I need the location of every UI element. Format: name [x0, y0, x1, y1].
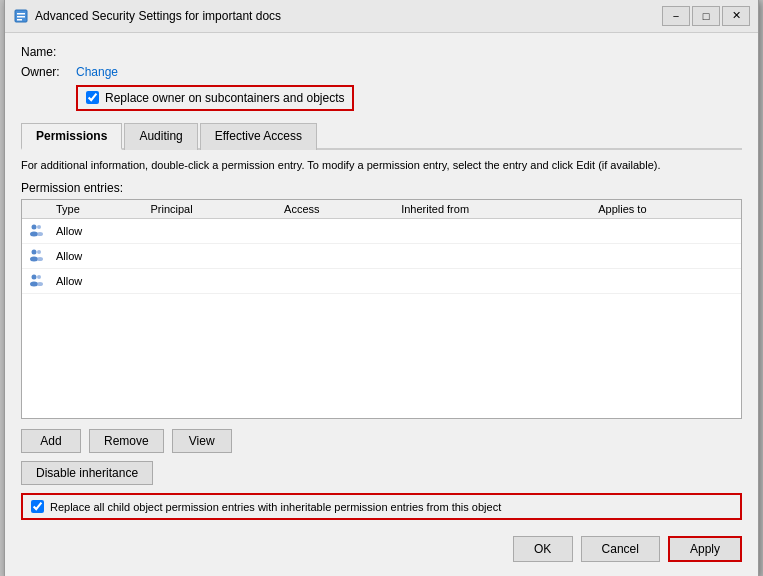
row-access: [278, 244, 395, 269]
row-applies: [592, 244, 741, 269]
svg-point-7: [37, 232, 43, 236]
svg-point-11: [37, 257, 43, 261]
row-applies: [592, 269, 741, 294]
row-principal: [144, 244, 278, 269]
table-row[interactable]: Allow: [22, 269, 741, 294]
replace-child-label: Replace all child object permission entr…: [50, 501, 501, 513]
row-principal: [144, 269, 278, 294]
disable-inheritance-wrapper: Disable inheritance: [21, 461, 742, 485]
apply-button[interactable]: Apply: [668, 536, 742, 562]
row-access: [278, 269, 395, 294]
tab-effective-access[interactable]: Effective Access: [200, 123, 317, 150]
ok-button[interactable]: OK: [513, 536, 573, 562]
col-applies: Applies to: [592, 200, 741, 219]
add-button[interactable]: Add: [21, 429, 81, 453]
change-link[interactable]: Change: [76, 65, 118, 79]
action-buttons-row: Add Remove View: [21, 429, 742, 453]
svg-point-10: [37, 250, 41, 254]
svg-rect-2: [17, 16, 25, 18]
table-header-row: Type Principal Access Inherited from App…: [22, 200, 741, 219]
replace-owner-checkbox[interactable]: [86, 91, 99, 104]
row-icon-cell: [22, 244, 50, 269]
col-access: Access: [278, 200, 395, 219]
col-icon: [22, 200, 50, 219]
row-inherited: [395, 269, 592, 294]
tab-bar: Permissions Auditing Effective Access: [21, 121, 742, 150]
cancel-button[interactable]: Cancel: [581, 536, 660, 562]
replace-owner-label: Replace owner on subcontainers and objec…: [105, 91, 344, 105]
main-window: Advanced Security Settings for important…: [4, 0, 759, 576]
row-type: Allow: [50, 244, 144, 269]
permission-table-container: Type Principal Access Inherited from App…: [21, 199, 742, 419]
svg-rect-3: [17, 19, 22, 21]
replace-child-checkbox[interactable]: [31, 500, 44, 513]
tab-auditing[interactable]: Auditing: [124, 123, 197, 150]
row-icon-cell: [22, 219, 50, 244]
permission-table: Type Principal Access Inherited from App…: [22, 200, 741, 294]
row-type: Allow: [50, 219, 144, 244]
col-inherited: Inherited from: [395, 200, 592, 219]
permission-entries-label: Permission entries:: [21, 181, 742, 195]
disable-inheritance-button[interactable]: Disable inheritance: [21, 461, 153, 485]
restore-button[interactable]: □: [692, 6, 720, 26]
svg-rect-1: [17, 13, 25, 15]
col-type: Type: [50, 200, 144, 219]
row-applies: [592, 219, 741, 244]
name-row: Name:: [21, 45, 742, 59]
minimize-button[interactable]: −: [662, 6, 690, 26]
svg-point-5: [30, 232, 38, 237]
remove-button[interactable]: Remove: [89, 429, 164, 453]
window-icon: [13, 8, 29, 24]
svg-point-9: [30, 257, 38, 262]
info-text: For additional information, double-click…: [21, 158, 742, 173]
title-bar: Advanced Security Settings for important…: [5, 0, 758, 33]
svg-point-12: [32, 275, 37, 280]
replace-child-row: Replace all child object permission entr…: [21, 493, 742, 520]
row-inherited: [395, 219, 592, 244]
table-row[interactable]: Allow: [22, 244, 741, 269]
row-icon-cell: [22, 269, 50, 294]
svg-point-13: [30, 282, 38, 287]
bottom-buttons-row: OK Cancel Apply: [21, 530, 742, 564]
svg-point-14: [37, 275, 41, 279]
name-label: Name:: [21, 45, 76, 59]
replace-owner-row: Replace owner on subcontainers and objec…: [76, 85, 354, 111]
owner-label: Owner:: [21, 65, 76, 79]
svg-point-6: [37, 225, 41, 229]
col-principal: Principal: [144, 200, 278, 219]
row-type: Allow: [50, 269, 144, 294]
table-row[interactable]: Allow: [22, 219, 741, 244]
owner-row: Owner: Change: [21, 65, 742, 79]
view-button[interactable]: View: [172, 429, 232, 453]
row-inherited: [395, 244, 592, 269]
window-title: Advanced Security Settings for important…: [35, 9, 662, 23]
row-principal: [144, 219, 278, 244]
tab-permissions[interactable]: Permissions: [21, 123, 122, 150]
window-controls: − □ ✕: [662, 6, 750, 26]
close-button[interactable]: ✕: [722, 6, 750, 26]
svg-point-8: [32, 250, 37, 255]
svg-point-15: [37, 282, 43, 286]
dialog-content: Name: Owner: Change Replace owner on sub…: [5, 33, 758, 576]
svg-point-4: [32, 225, 37, 230]
row-access: [278, 219, 395, 244]
